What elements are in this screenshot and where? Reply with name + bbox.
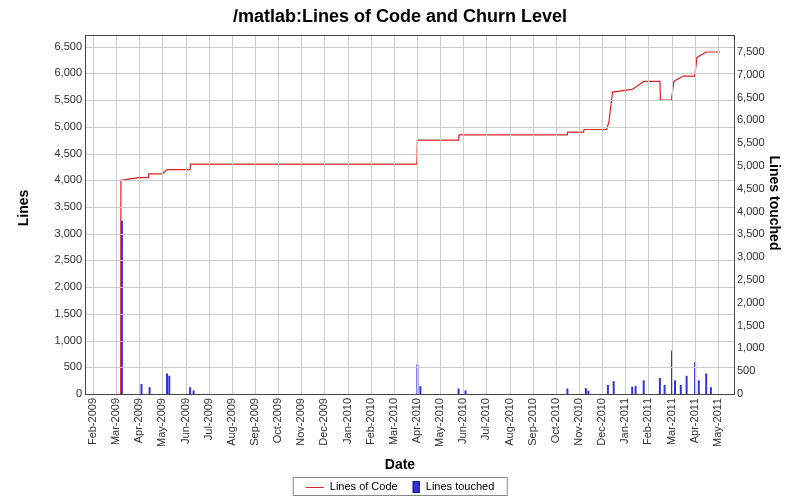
y2-tick-label: 4,000 xyxy=(737,205,787,217)
y2-tick-label: 6,500 xyxy=(737,91,787,103)
y1-tick-label: 4,500 xyxy=(22,147,82,159)
y2-tick-label: 500 xyxy=(737,364,787,376)
gridline xyxy=(510,36,511,394)
y1-tick-label: 2,500 xyxy=(22,253,82,265)
y2-tick-label: 6,000 xyxy=(737,113,787,125)
y2-tick-label: 2,000 xyxy=(737,296,787,308)
y2-tick-label: 1,500 xyxy=(737,319,787,331)
x-tick-label: May-2009 xyxy=(155,398,167,458)
legend-label-touched: Lines touched xyxy=(426,480,495,492)
x-tick-label: Feb-2009 xyxy=(86,398,98,458)
gridline xyxy=(86,180,734,181)
gridline xyxy=(86,154,734,155)
gridline xyxy=(209,36,210,394)
x-tick-label: Jun-2009 xyxy=(179,398,191,458)
bar xyxy=(659,378,661,394)
chart-container: /matlab:Lines of Code and Churn Level Li… xyxy=(0,0,800,500)
x-tick-label: May-2011 xyxy=(711,398,723,458)
x-tick-label: Jul-2010 xyxy=(479,398,491,458)
y1-tick-label: 500 xyxy=(22,360,82,372)
bar xyxy=(168,376,170,394)
gridline xyxy=(186,36,187,394)
bar xyxy=(141,384,143,394)
y1-tick-label: 0 xyxy=(22,387,82,399)
gridline xyxy=(579,36,580,394)
gridline xyxy=(417,36,418,394)
bar xyxy=(631,387,633,394)
bar xyxy=(607,385,609,394)
bar xyxy=(419,386,421,394)
gridline xyxy=(440,36,441,394)
gridline xyxy=(533,36,534,394)
gridline xyxy=(139,36,140,394)
x-tick-label: Feb-2010 xyxy=(364,398,376,458)
bar xyxy=(674,380,676,394)
bar xyxy=(680,385,682,394)
gridline xyxy=(255,36,256,394)
y1-tick-label: 1,500 xyxy=(22,307,82,319)
bar xyxy=(189,387,191,394)
y2-tick-label: 1,000 xyxy=(737,341,787,353)
y2-tick-label: 5,000 xyxy=(737,159,787,171)
y1-tick-label: 1,000 xyxy=(22,334,82,346)
gridline xyxy=(116,36,117,394)
x-tick-label: Oct-2010 xyxy=(549,398,561,458)
x-tick-label: Dec-2010 xyxy=(595,398,607,458)
x-tick-label: Jan-2010 xyxy=(341,398,353,458)
y1-tick-label: 2,000 xyxy=(22,280,82,292)
gridline xyxy=(648,36,649,394)
x-tick-label: Aug-2009 xyxy=(225,398,237,458)
gridline xyxy=(86,207,734,208)
bar xyxy=(149,387,151,394)
gridline xyxy=(371,36,372,394)
y1-tick-label: 5,500 xyxy=(22,93,82,105)
bar xyxy=(166,374,168,395)
gridline xyxy=(86,234,734,235)
x-tick-label: Apr-2010 xyxy=(410,398,422,458)
gridline xyxy=(86,341,734,342)
gridline xyxy=(672,36,673,394)
gridline xyxy=(86,47,734,48)
gridline xyxy=(86,73,734,74)
x-tick-label: Dec-2009 xyxy=(317,398,329,458)
legend-swatch-line xyxy=(306,487,324,488)
line-series xyxy=(121,52,720,394)
plot-area xyxy=(85,35,735,395)
bar xyxy=(705,374,707,395)
gridline xyxy=(625,36,626,394)
gridline xyxy=(486,36,487,394)
y1-tick-label: 4,000 xyxy=(22,173,82,185)
gridline xyxy=(695,36,696,394)
gridline xyxy=(93,36,94,394)
x-tick-label: Mar-2009 xyxy=(109,398,121,458)
y2-tick-label: 4,500 xyxy=(737,182,787,194)
legend-swatch-bar xyxy=(413,481,420,493)
bar xyxy=(643,380,645,394)
x-tick-label: Mar-2011 xyxy=(665,398,677,458)
legend-label-loc: Lines of Code xyxy=(330,480,398,492)
gridline xyxy=(394,36,395,394)
y2-tick-label: 5,500 xyxy=(737,136,787,148)
gridline xyxy=(86,100,734,101)
y1-tick-label: 3,000 xyxy=(22,227,82,239)
y1-tick-label: 6,000 xyxy=(22,66,82,78)
chart-title: /matlab:Lines of Code and Churn Level xyxy=(0,6,800,27)
gridline xyxy=(86,394,734,395)
gridline xyxy=(86,260,734,261)
gridline xyxy=(301,36,302,394)
y1-tick-label: 5,000 xyxy=(22,120,82,132)
bar xyxy=(686,376,688,394)
y2-tick-label: 3,500 xyxy=(737,227,787,239)
bar xyxy=(698,380,700,394)
y1-tick-label: 6,500 xyxy=(22,40,82,52)
x-tick-label: Feb-2011 xyxy=(641,398,653,458)
x-tick-label: Sep-2010 xyxy=(526,398,538,458)
y2-tick-label: 7,500 xyxy=(737,45,787,57)
bar xyxy=(710,387,712,394)
gridline xyxy=(162,36,163,394)
gridline xyxy=(86,314,734,315)
gridline xyxy=(324,36,325,394)
legend-item-touched: Lines touched xyxy=(413,480,495,493)
bar xyxy=(613,381,615,394)
x-tick-label: Nov-2010 xyxy=(572,398,584,458)
